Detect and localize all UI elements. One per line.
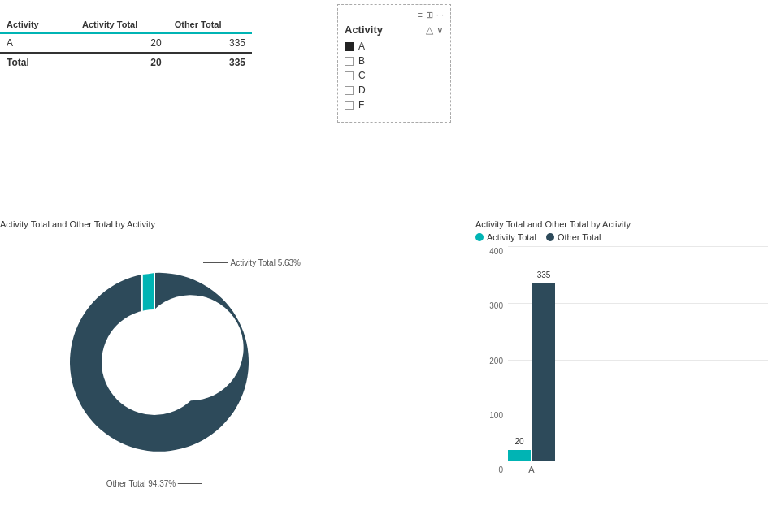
slicer-more-icon[interactable]: ··· (436, 10, 444, 20)
y-axis: 400 300 200 100 0 (475, 247, 506, 474)
slicer-label-f: F (358, 99, 364, 110)
y-label-400: 400 (489, 247, 503, 256)
bar-group-a: 20 335 A (508, 283, 555, 474)
col-header-other-total: Other Total (168, 16, 252, 33)
slicer-label-c: C (358, 70, 366, 81)
bar-chart-legend: Activity Total Other Total (475, 232, 768, 242)
legend-dot-other (546, 233, 554, 241)
label-line-activity (203, 262, 228, 263)
slicer-format-icon[interactable]: ≡ (417, 10, 422, 20)
data-table: Activity Activity Total Other Total A 20… (0, 16, 252, 71)
legend-item-activity-total: Activity Total (475, 232, 536, 242)
donut-label-activity-text: Activity Total 5.63% (230, 258, 301, 267)
legend-item-other-total: Other Total (546, 232, 601, 242)
bar-chart-area: 400 300 200 100 0 20 (475, 247, 768, 491)
checkbox-d[interactable] (345, 86, 354, 95)
donut-label-activity-total: Activity Total 5.63% (203, 258, 301, 267)
cell-activity-total: 20 (76, 33, 168, 53)
donut-chart-title: Activity Total and Other Total by Activi… (0, 219, 309, 229)
bar-other-a: 335 (532, 283, 555, 461)
slicer-title-row: Activity △ ∨ (345, 24, 444, 36)
legend-label-activity: Activity Total (487, 232, 536, 242)
total-other-total: 335 (168, 53, 252, 71)
cell-activity: A (0, 33, 76, 53)
slicer-title: Activity (345, 24, 383, 36)
y-label-0: 0 (498, 465, 503, 474)
bar-chart-section: Activity Total and Other Total by Activi… (475, 219, 768, 520)
bar-activity-a: 20 (508, 450, 531, 461)
donut-label-other-total: Other Total 94.37% (106, 479, 202, 488)
donut-svg (49, 257, 260, 468)
slicer-collapse-icon[interactable]: ∨ (436, 24, 444, 36)
slicer-grid-icon[interactable]: ⊞ (426, 10, 433, 20)
slicer-label-b: B (358, 55, 365, 67)
donut-hole (102, 309, 207, 415)
slicer-title-icons: △ ∨ (426, 24, 444, 36)
col-header-activity: Activity (0, 16, 76, 33)
slicer-label-a: A (358, 41, 365, 52)
y-label-300: 300 (489, 301, 503, 310)
y-label-200: 200 (489, 357, 503, 365)
bar-group-bars-a: 20 335 (508, 283, 555, 461)
slicer-item-b[interactable]: B (345, 55, 444, 67)
bar-grid: 400 300 200 100 0 20 (475, 247, 768, 491)
checkbox-a[interactable] (345, 42, 354, 51)
table-section: Activity Activity Total Other Total A 20… (0, 16, 252, 71)
total-activity-total: 20 (76, 53, 168, 71)
bar-chart-title: Activity Total and Other Total by Activi… (475, 219, 768, 229)
checkbox-c[interactable] (345, 71, 354, 80)
label-line-other (178, 483, 202, 484)
donut-chart-section: Activity Total and Other Total by Activi… (0, 219, 309, 520)
legend-dot-activity (475, 233, 484, 241)
slicer-item-f[interactable]: F (345, 99, 444, 110)
bars-container: 20 335 A (508, 247, 555, 474)
slicer-panel: ≡ ⊞ ··· Activity △ ∨ A B C D F (337, 4, 451, 123)
bar-value-activity-a: 20 (514, 437, 523, 446)
slicer-item-d[interactable]: D (345, 84, 444, 96)
bar-value-other-a: 335 (537, 270, 551, 279)
y-label-100: 100 (489, 411, 503, 420)
col-header-activity-total: Activity Total (76, 16, 168, 33)
donut-wrapper: Activity Total 5.63% Other Total 94.37% (0, 232, 309, 492)
checkbox-f[interactable] (345, 101, 354, 110)
checkbox-b[interactable] (345, 57, 354, 66)
table-row: A 20 335 (0, 33, 252, 53)
slicer-pin-icon[interactable]: △ (426, 24, 433, 36)
cell-other-total: 335 (168, 33, 252, 53)
slicer-item-c[interactable]: C (345, 70, 444, 81)
total-label: Total (0, 53, 76, 71)
slicer-item-a[interactable]: A (345, 41, 444, 52)
bar-label-a: A (528, 465, 534, 474)
legend-label-other: Other Total (558, 232, 601, 242)
donut-label-other-text: Other Total 94.37% (106, 479, 176, 488)
slicer-label-d: D (358, 84, 366, 96)
total-row: Total 20 335 (0, 53, 252, 71)
slicer-toolbar: ≡ ⊞ ··· (345, 10, 444, 20)
